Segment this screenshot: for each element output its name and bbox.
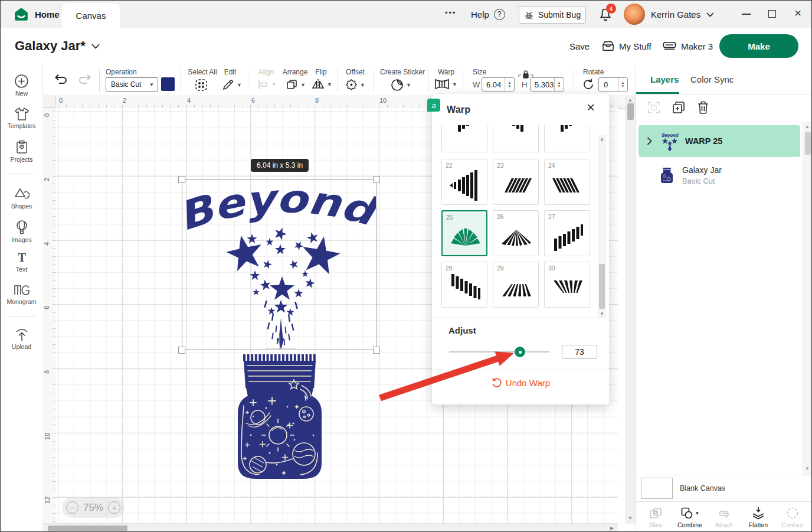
zoom-in-button[interactable]: +: [108, 501, 120, 514]
tab-color-sync[interactable]: Color Sync: [690, 74, 734, 84]
warp-option-28[interactable]: 28: [441, 262, 487, 308]
warp-options-scrollbar[interactable]: ▲ ▼: [598, 135, 606, 318]
stepper-icon[interactable]: ▲▼: [618, 78, 627, 91]
blank-canvas-row[interactable]: Blank Canvas: [636, 475, 812, 501]
tab-layers[interactable]: Layers: [650, 74, 679, 84]
rotate-input[interactable]: 0 ▲▼: [598, 77, 628, 92]
scroll-up-icon[interactable]: ▲: [628, 97, 633, 103]
scroll-down-icon[interactable]: ▼: [600, 311, 604, 316]
multi-select-button[interactable]: [647, 100, 661, 115]
scroll-down-icon[interactable]: ▼: [628, 515, 633, 521]
projects-icon: [15, 140, 29, 155]
make-button[interactable]: Make: [719, 34, 798, 58]
sidebar-item-projects[interactable]: Projects: [1, 140, 42, 163]
submit-bug-button[interactable]: Submit Bug: [519, 6, 586, 24]
selection-handle-se[interactable]: [373, 347, 380, 354]
help-menu[interactable]: Help ?: [471, 1, 505, 28]
warp-option-22[interactable]: 22: [441, 159, 487, 205]
undo-warp-button[interactable]: Undo Warp: [432, 377, 609, 388]
overflow-menu-button[interactable]: •••: [445, 8, 457, 17]
chevron-right-icon[interactable]: [647, 137, 652, 145]
warp-button[interactable]: ▼: [434, 79, 457, 90]
my-stuff-button[interactable]: My Stuff: [602, 28, 651, 64]
duplicate-button[interactable]: [672, 100, 686, 115]
close-button[interactable]: ×: [794, 6, 801, 20]
user-avatar[interactable]: [624, 4, 645, 25]
selection-handle-sw[interactable]: [178, 347, 185, 354]
ruler-tick-label: 0: [43, 113, 50, 117]
scroll-right-icon[interactable]: ▶: [610, 526, 614, 531]
warp-option-partial[interactable]: [441, 125, 487, 152]
adjust-slider-track[interactable]: [449, 351, 549, 353]
user-menu[interactable]: Kerrin Gates: [651, 1, 714, 28]
select-all-button[interactable]: [195, 79, 208, 92]
create-sticker-button[interactable]: ▼: [391, 79, 411, 92]
layers-scrollbar[interactable]: ▲ ▼: [803, 122, 812, 475]
sidebar-item-text[interactable]: T Text: [1, 250, 42, 273]
caret-down-icon: ▼: [695, 511, 700, 516]
minimize-button[interactable]: [742, 14, 751, 15]
warp-option-24[interactable]: 24: [544, 159, 590, 205]
sidebar-item-upload[interactable]: Upload: [1, 328, 42, 350]
action-flatten[interactable]: Flatten: [741, 507, 775, 528]
warp-option-30[interactable]: 30: [544, 262, 590, 308]
tab-canvas[interactable]: Canvas: [62, 3, 120, 28]
selection-handle-ne[interactable]: [373, 176, 380, 183]
layer-row-warp25[interactable]: Beyond WARP 25: [639, 125, 800, 157]
rotate-icon[interactable]: [582, 78, 595, 91]
scroll-up-icon[interactable]: ▲: [600, 136, 604, 142]
caret-down-icon: ▼: [149, 82, 154, 87]
notifications-button[interactable]: 4: [598, 6, 613, 22]
close-icon[interactable]: ×: [587, 99, 595, 116]
sidebar-item-monogram[interactable]: Monogram: [1, 283, 42, 305]
tab-home[interactable]: Home: [14, 1, 60, 28]
scroll-down-icon[interactable]: ▼: [805, 466, 810, 471]
ruler-tick-label: 12: [44, 497, 51, 504]
arrange-menu-button[interactable]: ▼: [286, 79, 306, 91]
align-menu-button[interactable]: ▼: [257, 79, 277, 90]
maximize-button[interactable]: [768, 10, 776, 18]
action-contour[interactable]: Contour: [775, 507, 810, 528]
action-combine[interactable]: ▼ Combine: [673, 507, 707, 528]
redo-button[interactable]: [78, 73, 93, 86]
galaxy-jar-design[interactable]: [235, 353, 324, 481]
warp-option-27[interactable]: 27: [544, 210, 590, 256]
height-input[interactable]: 5.303 ▲▼: [530, 77, 564, 92]
selection-box[interactable]: [182, 179, 376, 350]
stepper-icon[interactable]: ▲▼: [505, 78, 514, 91]
warp-option-23[interactable]: 23: [493, 159, 539, 205]
adjust-value-input[interactable]: 73: [562, 345, 597, 359]
canvas-color-swatch[interactable]: [641, 478, 673, 499]
warp-option-partial[interactable]: [544, 125, 590, 152]
stepper-icon[interactable]: ▲▼: [554, 78, 564, 91]
offset-menu-button[interactable]: ▼: [345, 79, 365, 91]
warp-option-25-selected[interactable]: 25: [441, 210, 487, 256]
machine-selector[interactable]: Maker 3: [663, 28, 713, 64]
width-input[interactable]: 6.04 ▲▼: [482, 77, 515, 92]
flip-menu-button[interactable]: ▼: [312, 79, 332, 90]
selection-handle-nw[interactable]: [178, 176, 185, 183]
canvas-horizontal-scrollbar[interactable]: ▶: [42, 523, 618, 532]
color-swatch[interactable]: [161, 77, 175, 91]
undo-button[interactable]: [53, 73, 68, 86]
sidebar-item-templates[interactable]: Templates: [1, 107, 42, 129]
project-title-menu[interactable]: Galaxy Jar*: [15, 28, 100, 64]
warp-option-partial[interactable]: [493, 125, 539, 152]
sidebar-item-shapes[interactable]: Shapes: [1, 187, 42, 210]
save-button[interactable]: Save: [569, 28, 590, 64]
zoom-out-button[interactable]: −: [66, 501, 78, 514]
adjust-slider-handle[interactable]: [515, 347, 525, 357]
warp-option-26[interactable]: 26: [493, 210, 539, 256]
sidebar-item-images[interactable]: Images: [1, 220, 42, 243]
panel-divider: [432, 318, 609, 318]
sidebar-item-new[interactable]: New: [1, 74, 42, 97]
layer-row-galaxy-jar[interactable]: Galaxy Jar Basic Cut: [639, 160, 800, 191]
action-attach[interactable]: Attach: [707, 507, 741, 528]
canvas-vertical-scrollbar[interactable]: ▲ ▼: [626, 95, 636, 524]
warp-option-29[interactable]: 29: [493, 262, 539, 308]
scroll-up-icon[interactable]: ▲: [805, 124, 810, 129]
action-slice[interactable]: Slice: [639, 507, 673, 528]
edit-menu-button[interactable]: ▼: [222, 79, 242, 91]
delete-layer-button[interactable]: [696, 100, 710, 115]
operation-dropdown[interactable]: Basic Cut ▼: [106, 77, 158, 92]
